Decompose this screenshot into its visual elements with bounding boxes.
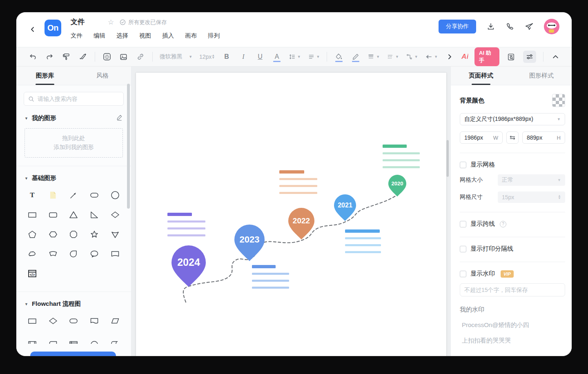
menu-item-canvas[interactable]: 画布 [185,32,197,40]
shape-triangle[interactable] [63,205,84,225]
canvas-scrollbar[interactable] [446,140,449,177]
menu-item-file[interactable]: 文件 [71,32,82,40]
shape-code-block[interactable]: </> [22,264,43,283]
canvas-page[interactable]: 20242023202220212020 [136,73,446,356]
grid-dim-stepper[interactable]: 15px▲▼ [498,191,565,203]
help-icon[interactable]: ? [500,221,506,227]
bold-button[interactable]: B [222,51,232,63]
watermark-input[interactable] [464,287,561,293]
grid-size-select[interactable]: 正常▼ [498,174,565,186]
arrow-style-button[interactable]: ▼ [425,51,438,63]
block-2020[interactable] [383,145,420,168]
connector-type-button[interactable]: ▼ [406,51,418,63]
shape-delay[interactable] [84,334,105,344]
shape-pill[interactable] [84,185,105,205]
shape-rounded-rect[interactable] [43,205,64,225]
show-print-divider-checkbox[interactable] [460,246,466,252]
shape-speech-bubble[interactable] [84,244,105,264]
format-painter-button[interactable] [61,51,71,63]
swap-dimensions-button[interactable] [506,131,519,144]
shape-internal-storage[interactable] [63,334,84,344]
timeline-pin-2024[interactable]: 2024 [172,245,206,287]
edit-pencil-icon[interactable] [116,114,123,122]
shape-document[interactable] [84,311,105,331]
bg-color-swatch[interactable] [552,94,565,107]
shape-text[interactable]: T [22,185,43,205]
shape-arrow[interactable] [63,185,84,205]
style-brush-button[interactable] [78,51,88,63]
show-crossline-checkbox[interactable] [460,221,466,227]
find-replace-button[interactable] [506,51,516,63]
block-2023[interactable] [252,265,289,289]
shape-parallelogram[interactable] [105,311,125,331]
shape-octagon[interactable] [63,225,84,244]
timeline-dashed-path[interactable] [183,195,397,302]
timeline-pin-2020[interactable]: 2020 [388,175,406,196]
shape-circle[interactable] [105,185,125,205]
menu-item-view[interactable]: 视图 [139,32,151,40]
italic-button[interactable]: I [238,51,248,63]
shape-search-box[interactable] [24,92,124,106]
shape-right-triangle[interactable] [84,205,105,225]
collapse-caret-icon[interactable]: ▼ [24,302,28,306]
menu-item-insert[interactable]: 插入 [162,32,174,40]
font-family-select[interactable]: 微软雅黑▼ [160,51,192,63]
phone-icon[interactable] [506,22,514,31]
search-input[interactable] [38,96,119,102]
avatar[interactable] [544,19,559,34]
line-height-button[interactable]: ▼ [289,51,301,63]
watermark-input-box[interactable] [460,283,565,296]
shape-rect[interactable] [22,311,43,331]
shape-teardrop[interactable] [63,244,84,264]
canvas-area[interactable]: 20242023202220212020 [131,67,450,356]
sidebar-scrollbar[interactable] [127,84,130,209]
ai-assistant-button[interactable]: AI 助手 [474,47,499,66]
shape-diamond[interactable] [105,205,125,225]
align-button[interactable]: ▼ [308,51,320,63]
shape-star[interactable] [84,225,105,244]
shape-hexagon[interactable] [43,225,64,244]
shape-predefined-process[interactable] [22,334,43,344]
page-size-select[interactable]: 自定义尺寸(1986px*889px)▼ [460,113,565,125]
shape-terminator[interactable] [63,311,84,331]
redo-button[interactable] [45,51,54,63]
collapse-toolbar-button[interactable] [550,51,560,63]
watermark-item[interactable]: 上扣扣看的哭哭哭 [460,337,565,345]
insert-link-button[interactable] [136,51,145,63]
block-2022[interactable] [279,170,317,194]
back-button[interactable] [27,24,38,35]
tab-shape-style[interactable]: 图形样式 [511,67,572,85]
app-logo[interactable]: On [45,20,61,36]
star-icon[interactable]: ☆ [108,18,114,27]
shape-cloud[interactable] [22,244,43,264]
shape-stored-data[interactable] [105,334,125,344]
shape-arc-band[interactable] [43,244,64,264]
tab-style[interactable]: 风格 [74,67,131,85]
panel-toggle-button[interactable] [523,51,537,63]
line-weight-button[interactable]: ▼ [368,51,380,63]
send-icon[interactable] [525,22,534,31]
collapse-caret-icon[interactable]: ▼ [24,116,28,120]
font-size-select[interactable]: 12px▲▼ [199,51,215,63]
line-color-button[interactable] [351,51,361,63]
fill-color-button[interactable] [334,51,344,63]
collapse-caret-icon[interactable]: ▼ [24,176,28,180]
background-pattern-button[interactable] [102,51,112,63]
insert-image-button[interactable] [119,51,129,63]
underline-button[interactable]: U [255,51,265,63]
height-field[interactable]: 889px H [522,131,565,144]
shape-note[interactable] [43,185,64,205]
timeline-pin-2023[interactable]: 2023 [234,225,265,261]
download-icon[interactable] [486,22,495,31]
tab-page-style[interactable]: 页面样式 [451,67,511,85]
width-field[interactable]: 1986px W [460,131,503,144]
shape-rect[interactable] [22,205,43,225]
share-collab-button[interactable]: 分享协作 [439,20,476,33]
undo-button[interactable] [28,51,38,63]
shape-diamond[interactable] [43,311,64,331]
toolbar-more-button[interactable] [445,51,454,63]
shape-flag[interactable] [105,244,125,264]
shape-card[interactable] [43,334,64,344]
watermark-item[interactable]: ProcessOn@矫情的小四 [460,321,565,329]
block-2024[interactable] [167,213,205,236]
